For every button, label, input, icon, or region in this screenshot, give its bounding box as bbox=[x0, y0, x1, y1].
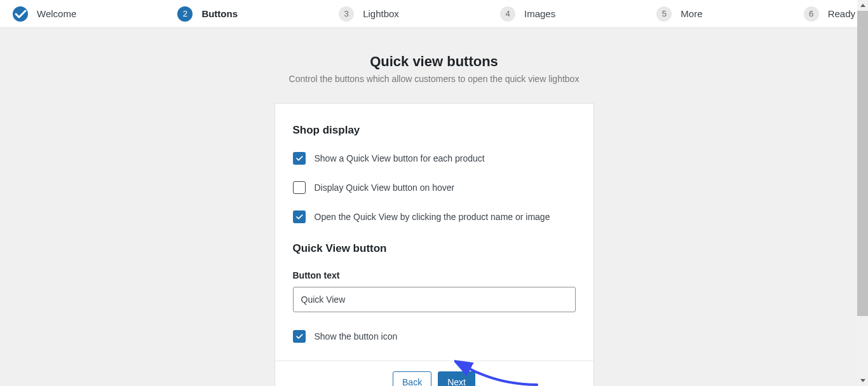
step-welcome[interactable]: Welcome bbox=[13, 6, 76, 22]
option-label: Show the button icon bbox=[315, 331, 398, 341]
step-number: 6 bbox=[804, 6, 819, 22]
option-open-on-click[interactable]: Open the Quick View by clicking the prod… bbox=[293, 210, 576, 223]
step-divider bbox=[245, 13, 331, 14]
step-number: 5 bbox=[656, 6, 672, 22]
page-subtitle: Control the buttons which allow customer… bbox=[0, 74, 868, 84]
next-button[interactable]: Next bbox=[438, 371, 475, 386]
option-label: Display Quick View button on hover bbox=[315, 183, 455, 193]
scrollbar-track[interactable] bbox=[857, 11, 868, 375]
option-label: Show a Quick View button for each produc… bbox=[315, 153, 485, 163]
step-ready[interactable]: 6 Ready bbox=[804, 6, 855, 22]
step-divider bbox=[710, 13, 796, 14]
option-show-icon[interactable]: Show the button icon bbox=[293, 330, 576, 343]
back-button[interactable]: Back bbox=[393, 371, 431, 386]
step-label: Buttons bbox=[201, 8, 238, 19]
step-divider bbox=[84, 13, 170, 14]
section-shop-display-title: Shop display bbox=[293, 124, 576, 137]
step-label: Ready bbox=[828, 8, 855, 19]
step-divider bbox=[563, 13, 649, 14]
card-body: Shop display Show a Quick View button fo… bbox=[275, 104, 593, 361]
scroll-up-icon[interactable] bbox=[857, 0, 868, 11]
checkbox-checked-icon bbox=[293, 330, 306, 343]
checkbox-unchecked-icon bbox=[293, 181, 306, 194]
step-label: Welcome bbox=[37, 8, 76, 19]
step-number: 2 bbox=[177, 6, 193, 22]
button-text-input[interactable] bbox=[293, 287, 576, 312]
vertical-scrollbar[interactable] bbox=[857, 0, 868, 386]
step-lightbox[interactable]: 3 Lightbox bbox=[339, 6, 399, 22]
scrollbar-thumb[interactable] bbox=[857, 11, 868, 316]
step-label: More bbox=[681, 8, 702, 19]
section-quick-view-button-title: Quick View button bbox=[293, 242, 576, 255]
step-label: Images bbox=[524, 8, 555, 19]
page-content: Quick view buttons Control the buttons w… bbox=[0, 28, 868, 386]
step-label: Lightbox bbox=[363, 8, 399, 19]
checkbox-checked-icon bbox=[293, 152, 306, 165]
option-show-button[interactable]: Show a Quick View button for each produc… bbox=[293, 152, 576, 165]
checkbox-checked-icon bbox=[293, 210, 306, 223]
page-title: Quick view buttons bbox=[0, 53, 868, 70]
step-buttons[interactable]: 2 Buttons bbox=[177, 6, 238, 22]
button-text-label: Button text bbox=[293, 270, 576, 280]
scroll-down-icon[interactable] bbox=[857, 375, 868, 386]
option-display-on-hover[interactable]: Display Quick View button on hover bbox=[293, 181, 576, 194]
step-number: 3 bbox=[339, 6, 354, 22]
option-label: Open the Quick View by clicking the prod… bbox=[315, 212, 550, 222]
step-more[interactable]: 5 More bbox=[656, 6, 702, 22]
card-footer: Back Next bbox=[275, 361, 593, 386]
settings-card: Shop display Show a Quick View button fo… bbox=[275, 103, 594, 386]
wizard-stepper: Welcome 2 Buttons 3 Lightbox 4 Images 5 … bbox=[0, 0, 868, 28]
step-divider bbox=[407, 13, 492, 14]
check-icon bbox=[13, 6, 28, 22]
step-number: 4 bbox=[500, 6, 515, 22]
step-images[interactable]: 4 Images bbox=[500, 6, 555, 22]
